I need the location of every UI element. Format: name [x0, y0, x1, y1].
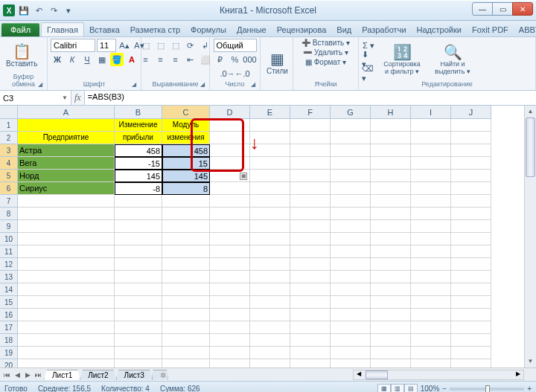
cell-E19[interactable]	[250, 347, 290, 359]
cell-E14[interactable]	[250, 283, 290, 296]
align-center-icon[interactable]: ≡	[154, 53, 168, 66]
tab-review[interactable]: Рецензирова	[272, 23, 332, 36]
cell-E4[interactable]	[250, 157, 290, 170]
row-header-16[interactable]: 16	[0, 309, 18, 321]
row-header-12[interactable]: 12	[0, 258, 18, 271]
fill-color-button[interactable]: 🪣	[110, 53, 124, 66]
cell-F8[interactable]	[290, 208, 331, 220]
italic-button[interactable]: К	[66, 53, 79, 66]
view-page-layout-icon[interactable]: ▥	[391, 384, 404, 393]
zoom-in-button[interactable]: +	[527, 385, 532, 392]
cell-G16[interactable]	[331, 309, 371, 321]
horizontal-scrollbar[interactable]: ◀ ▶	[353, 370, 524, 380]
cell-E2[interactable]	[250, 132, 290, 144]
row-header-14[interactable]: 14	[0, 283, 18, 296]
cell-F4[interactable]	[290, 157, 331, 170]
cell-J11[interactable]	[451, 245, 491, 258]
cell-D9[interactable]	[210, 220, 250, 233]
cell-C13[interactable]	[162, 271, 210, 283]
cell-I10[interactable]	[411, 233, 451, 245]
column-header-G[interactable]: G	[331, 106, 371, 119]
font-size-select[interactable]	[97, 39, 116, 52]
cell-J18[interactable]	[451, 334, 491, 347]
qat-dropdown-icon[interactable]: ▾	[63, 4, 74, 16]
name-box[interactable]: C3 ▼	[0, 91, 71, 105]
font-name-select[interactable]	[51, 39, 95, 52]
cell-E12[interactable]	[250, 258, 290, 271]
cell-G10[interactable]	[331, 233, 371, 245]
row-header-4[interactable]: 4	[0, 157, 18, 170]
cell-I6[interactable]	[411, 182, 451, 195]
cell-G5[interactable]	[331, 170, 371, 182]
vertical-scrollbar[interactable]: ▲ ▼	[524, 106, 536, 367]
tab-home[interactable]: Главная	[41, 22, 84, 36]
scroll-up-icon[interactable]: ▲	[525, 106, 536, 118]
cell-C7[interactable]	[162, 195, 210, 208]
cell-J10[interactable]	[451, 233, 491, 245]
cell-H19[interactable]	[371, 347, 411, 359]
paste-button[interactable]: 📋 Вставить	[3, 42, 40, 69]
cell-B17[interactable]	[115, 321, 162, 334]
cell-A20[interactable]	[18, 359, 115, 367]
tab-data[interactable]: Данные	[232, 23, 272, 36]
cell-J6[interactable]	[451, 182, 491, 195]
sheet-prev-icon[interactable]: ◀	[12, 371, 22, 379]
cell-I4[interactable]	[411, 157, 451, 170]
cell-F10[interactable]	[290, 233, 331, 245]
cell-C14[interactable]	[162, 283, 210, 296]
cell-F18[interactable]	[290, 334, 331, 347]
column-header-C[interactable]: C	[162, 106, 210, 119]
hscroll-thumb[interactable]	[366, 370, 388, 379]
cell-D14[interactable]	[210, 283, 250, 296]
cell-A17[interactable]	[18, 321, 115, 334]
cell-F6[interactable]	[290, 182, 331, 195]
cell-D3[interactable]	[210, 144, 250, 157]
cell-I17[interactable]	[411, 321, 451, 334]
cell-F13[interactable]	[290, 271, 331, 283]
row-header-20[interactable]: 20	[0, 359, 18, 367]
cell-F3[interactable]	[290, 144, 331, 157]
cell-C16[interactable]	[162, 309, 210, 321]
cell-A8[interactable]	[18, 208, 115, 220]
cell-F9[interactable]	[290, 220, 331, 233]
cell-B8[interactable]	[115, 208, 162, 220]
cell-A14[interactable]	[18, 283, 115, 296]
cell-F5[interactable]	[290, 170, 331, 182]
tab-page-layout[interactable]: Разметка стр	[125, 23, 185, 36]
cell-A1[interactable]	[18, 119, 115, 132]
view-page-break-icon[interactable]: ▤	[404, 384, 418, 393]
comma-icon[interactable]: 000	[243, 53, 257, 66]
cell-J8[interactable]	[451, 208, 491, 220]
cell-I13[interactable]	[411, 271, 451, 283]
cell-B4[interactable]: -15	[115, 157, 162, 170]
cell-A2[interactable]: Предприятие	[18, 132, 115, 144]
cell-J15[interactable]	[451, 296, 491, 309]
cell-E10[interactable]	[250, 233, 290, 245]
font-color-button[interactable]: A	[125, 53, 138, 66]
cell-D11[interactable]	[210, 245, 250, 258]
cell-E3[interactable]	[250, 144, 290, 157]
cell-H15[interactable]	[371, 296, 411, 309]
cell-D16[interactable]	[210, 309, 250, 321]
number-format-select[interactable]	[214, 39, 257, 52]
styles-button[interactable]: ▦ Стили	[264, 50, 291, 77]
cell-H1[interactable]	[371, 119, 411, 132]
align-right-icon[interactable]: ≡	[169, 53, 182, 66]
cell-I3[interactable]	[411, 144, 451, 157]
file-tab[interactable]: Файл	[1, 23, 39, 36]
cell-E18[interactable]	[250, 334, 290, 347]
row-header-2[interactable]: 2	[0, 132, 18, 144]
row-header-11[interactable]: 11	[0, 245, 18, 258]
cell-C8[interactable]	[162, 208, 210, 220]
column-header-J[interactable]: J	[451, 106, 491, 119]
cell-G14[interactable]	[331, 283, 371, 296]
row-header-13[interactable]: 13	[0, 271, 18, 283]
cell-E1[interactable]	[250, 119, 290, 132]
hscroll-right-icon[interactable]: ▶	[513, 370, 523, 379]
cell-G19[interactable]	[331, 347, 371, 359]
cell-G15[interactable]	[331, 296, 371, 309]
row-header-17[interactable]: 17	[0, 321, 18, 334]
cell-A15[interactable]	[18, 296, 115, 309]
cell-H2[interactable]	[371, 132, 411, 144]
tab-abbyy[interactable]: ABBYY PDF Tr	[514, 23, 536, 36]
